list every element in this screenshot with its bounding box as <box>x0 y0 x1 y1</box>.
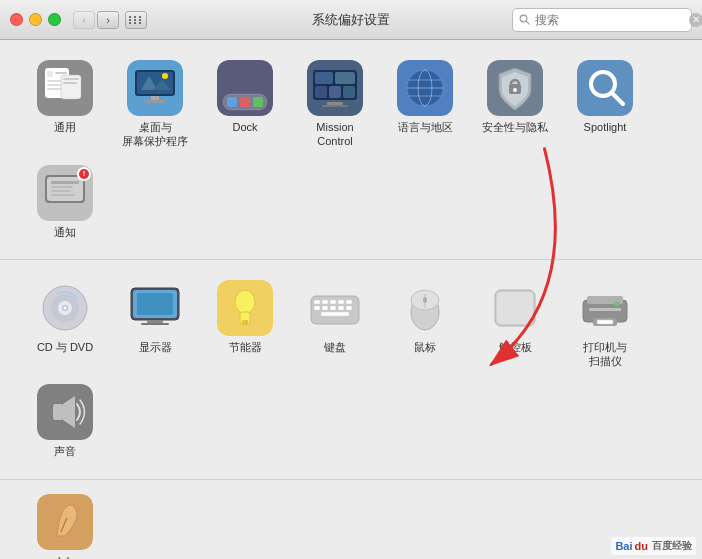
search-icon <box>519 14 531 26</box>
svg-rect-49 <box>47 177 83 201</box>
forward-button[interactable]: › <box>97 11 119 29</box>
icon-item-trackpad[interactable]: 触控板 <box>470 272 560 377</box>
icon-label-keyboard: 键盘 <box>324 340 346 354</box>
icon-label-mission: MissionControl <box>316 120 353 149</box>
icon-label-cddvd: CD 与 DVD <box>37 340 93 354</box>
icon-item-security[interactable]: 安全性与隐私 <box>470 52 560 157</box>
svg-rect-22 <box>227 97 237 107</box>
icon-label-desktop: 桌面与屏幕保护程序 <box>122 120 188 149</box>
search-clear-button[interactable]: ✕ <box>689 13 702 27</box>
window-title: 系统偏好设置 <box>312 11 390 29</box>
svg-rect-91 <box>597 320 613 324</box>
maximize-button[interactable] <box>48 13 61 26</box>
icon-item-mission[interactable]: MissionControl <box>290 52 380 157</box>
svg-rect-94 <box>53 404 63 420</box>
icon-item-keyboard[interactable]: 键盘 <box>290 272 380 377</box>
icon-item-display[interactable]: 显示器 <box>110 272 200 377</box>
svg-point-43 <box>513 88 517 92</box>
icon-item-energy[interactable]: 节能器 <box>200 272 290 377</box>
icon-item-mouse[interactable]: 鼠标 <box>380 272 470 377</box>
svg-rect-11 <box>63 82 77 84</box>
svg-rect-89 <box>589 308 621 311</box>
svg-point-84 <box>423 297 427 303</box>
svg-rect-74 <box>346 300 352 304</box>
svg-rect-29 <box>315 86 327 98</box>
icon-item-spotlight[interactable]: Spotlight <box>560 52 650 157</box>
icon-item-cddvd[interactable]: CD 与 DVD <box>20 272 110 377</box>
search-input[interactable] <box>531 13 689 27</box>
icon-item-general[interactable]: 通用 <box>20 52 110 157</box>
svg-point-17 <box>162 73 168 79</box>
svg-point-92 <box>615 301 620 306</box>
icon-label-energy: 节能器 <box>229 340 262 354</box>
icon-item-language[interactable]: 语言与地区 <box>380 52 470 157</box>
svg-rect-68 <box>245 320 248 325</box>
icon-item-printer[interactable]: 打印机与扫描仪 <box>560 272 650 377</box>
icon-item-sound[interactable]: 声音 <box>20 376 110 466</box>
back-button[interactable]: ‹ <box>73 11 95 29</box>
svg-rect-72 <box>330 300 336 304</box>
icon-label-security: 安全性与隐私 <box>482 120 548 134</box>
icon-label-dock: Dock <box>232 120 257 134</box>
icon-label-display: 显示器 <box>139 340 172 354</box>
svg-rect-28 <box>335 72 355 84</box>
svg-rect-30 <box>329 86 341 98</box>
icon-label-printer: 打印机与扫描仪 <box>583 340 627 369</box>
svg-rect-78 <box>338 306 344 310</box>
minimize-button[interactable] <box>29 13 42 26</box>
svg-rect-18 <box>151 96 159 100</box>
icon-label-trackpad: 触控板 <box>499 340 532 354</box>
titlebar: ‹ › 系统偏好设置 ✕ <box>0 0 702 40</box>
close-button[interactable] <box>10 13 23 26</box>
icon-item-notification[interactable]: ! 通知 <box>20 157 110 247</box>
search-box: ✕ <box>512 8 692 32</box>
svg-rect-52 <box>51 190 71 192</box>
svg-rect-23 <box>240 97 250 107</box>
icon-label-language: 语言与地区 <box>398 120 453 134</box>
svg-rect-61 <box>137 293 173 315</box>
section-personal: 通用 桌面与屏幕保护程序 <box>0 40 702 260</box>
svg-rect-31 <box>343 86 355 98</box>
svg-rect-77 <box>330 306 336 310</box>
icon-item-dock[interactable]: Dock <box>200 52 290 157</box>
icon-label-sound: 声音 <box>54 444 76 458</box>
icon-label-general: 通用 <box>54 120 76 134</box>
svg-point-58 <box>64 306 67 309</box>
svg-rect-5 <box>55 72 67 74</box>
svg-rect-62 <box>147 320 163 323</box>
svg-rect-19 <box>145 100 165 103</box>
icon-label-notification: 通知 <box>54 225 76 239</box>
svg-rect-70 <box>314 300 320 304</box>
svg-rect-51 <box>51 186 73 188</box>
svg-rect-7 <box>47 84 63 86</box>
svg-rect-44 <box>577 60 633 116</box>
svg-line-1 <box>526 21 529 24</box>
svg-rect-75 <box>314 306 320 310</box>
svg-rect-50 <box>51 181 79 184</box>
svg-rect-73 <box>338 300 344 304</box>
svg-rect-86 <box>497 292 533 324</box>
svg-rect-76 <box>322 306 328 310</box>
svg-rect-27 <box>315 72 333 84</box>
svg-rect-79 <box>346 306 352 310</box>
svg-rect-80 <box>321 312 349 316</box>
watermark: Baidu 百度经验 <box>611 537 696 555</box>
svg-rect-71 <box>322 300 328 304</box>
icon-label-ink: Ink <box>58 554 73 559</box>
icon-item-desktop[interactable]: 桌面与屏幕保护程序 <box>110 52 200 157</box>
icon-label-spotlight: Spotlight <box>584 120 627 134</box>
content: 通用 桌面与屏幕保护程序 <box>0 40 702 559</box>
grid-view-button[interactable] <box>125 11 147 29</box>
section-ink: Ink <box>0 480 702 559</box>
icon-label-mouse: 鼠标 <box>414 340 436 354</box>
svg-rect-53 <box>51 194 75 196</box>
svg-rect-4 <box>47 71 53 77</box>
svg-rect-63 <box>141 323 169 325</box>
traffic-lights <box>10 13 61 26</box>
icon-item-ink[interactable]: Ink <box>20 486 110 559</box>
section-hardware: CD 与 DVD 显示器 <box>0 260 702 480</box>
svg-rect-33 <box>322 105 348 107</box>
svg-rect-24 <box>253 97 263 107</box>
svg-point-65 <box>235 290 255 314</box>
svg-rect-10 <box>63 78 79 80</box>
